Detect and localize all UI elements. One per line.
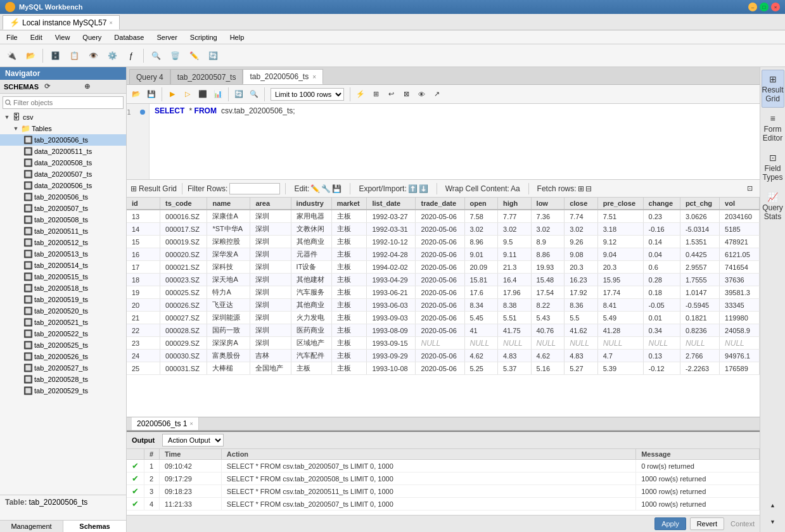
maximize-result-btn[interactable]: ⊡	[744, 182, 756, 195]
tree-table-tab_20200526_ts[interactable]: 🔲tab_20200526_ts	[0, 351, 126, 362]
col-header-id[interactable]: id	[127, 198, 160, 210]
tree-table-tab_20200525_ts[interactable]: 🔲tab_20200525_ts	[0, 339, 126, 351]
menu-query[interactable]: Query	[76, 30, 108, 44]
menu-view[interactable]: View	[49, 30, 77, 44]
tree-table-tab_20200512_ts[interactable]: 🔲tab_20200512_ts	[0, 237, 126, 248]
action-output-select[interactable]: Action Output	[162, 434, 224, 446]
table-row[interactable]: 24000030.SZ富奥股份吉林汽车配件主板1993-09-292020-05…	[127, 350, 760, 362]
sql-context-btn[interactable]: ⊠	[399, 87, 413, 101]
field-types-sidebar-btn[interactable]: ⊡ Field Types	[762, 148, 784, 186]
output-inst-tab[interactable]: 20200506_ts 1 ×	[132, 417, 199, 430]
minimize-button[interactable]: –	[748, 3, 757, 11]
tree-table-data_20200508_ts[interactable]: 🔲data_20200508_ts	[0, 157, 126, 168]
instance-tab[interactable]: ⚡ Local instance MySQL57 ×	[3, 15, 120, 30]
tree-table-tab_20200514_ts[interactable]: 🔲tab_20200514_ts	[0, 260, 126, 271]
col-header-name[interactable]: name	[207, 198, 250, 210]
sql-explain-btn[interactable]: 📊	[211, 87, 225, 101]
col-header-ts_code[interactable]: ts_code	[160, 198, 207, 210]
export-import-btn[interactable]: Export/Import: ⬆️ ⬇️	[355, 182, 431, 195]
table-row[interactable]: 15000019.SZ深粮控股深圳其他商业主板1992-10-122020-05…	[127, 236, 760, 248]
toolbar-drop[interactable]: 🗑️	[166, 47, 184, 65]
toolbar-create-function[interactable]: ƒ	[122, 47, 140, 65]
sql-open-btn[interactable]: 📂	[129, 87, 143, 101]
table-row[interactable]: 13000016.SZ深康佳A深圳家用电器主板1992-03-272020-05…	[127, 210, 760, 223]
col-header-industry[interactable]: industry	[291, 198, 331, 210]
tree-table-tab_20200508_ts[interactable]: 🔲tab_20200508_ts	[0, 214, 126, 225]
tree-table-tab_20200519_ts[interactable]: 🔲tab_20200519_ts	[0, 294, 126, 305]
col-header-high[interactable]: high	[498, 198, 532, 210]
menu-file[interactable]: File	[0, 30, 24, 44]
query-stats-sidebar-btn[interactable]: 📈 Query Stats	[762, 187, 784, 225]
query-tab-2[interactable]: tab_20200506_ts ×	[243, 69, 323, 84]
tree-table-tab_20200515_ts[interactable]: 🔲tab_20200515_ts	[0, 271, 126, 282]
tree-table-tab_20200521_ts[interactable]: 🔲tab_20200521_ts	[0, 317, 126, 328]
sql-word-wrap-btn[interactable]: ↩	[384, 87, 398, 101]
sql-format-btn[interactable]: ⊞	[369, 87, 383, 101]
tree-table-tab_20200518_ts[interactable]: 🔲tab_20200518_ts	[0, 282, 126, 294]
maximize-button[interactable]: □	[760, 3, 769, 11]
tree-table-tab_20200511_ts[interactable]: 🔲tab_20200511_ts	[0, 225, 126, 237]
tree-table-tab_20200513_ts[interactable]: 🔲tab_20200513_ts	[0, 248, 126, 260]
scroll-down-btn[interactable]: ▼	[762, 514, 784, 529]
sql-execute-current-btn[interactable]: ▷	[181, 87, 195, 101]
sql-execute-btn[interactable]: ▶	[165, 87, 179, 101]
col-header-vol[interactable]: vol	[720, 198, 760, 210]
toolbar-create-table[interactable]: 📋	[65, 47, 83, 65]
menu-scripting[interactable]: Scripting	[184, 30, 224, 44]
filter-rows-input[interactable]	[229, 183, 280, 194]
filter-objects-input[interactable]	[3, 96, 124, 109]
query-tab-0[interactable]: Query 4	[129, 69, 170, 84]
tree-table-tab_20200520_ts[interactable]: 🔲tab_20200520_ts	[0, 305, 126, 317]
sql-save-btn[interactable]: 💾	[144, 87, 158, 101]
tree-table-tab_20200528_ts[interactable]: 🔲tab_20200528_ts	[0, 374, 126, 385]
tree-table-data_20200506_ts[interactable]: 🔲data_20200506_ts	[0, 180, 126, 191]
toolbar-refresh[interactable]: 🔄	[204, 47, 222, 65]
tree-table-tab_20200507_ts[interactable]: 🔲tab_20200507_ts	[0, 203, 126, 214]
sql-apply-btn[interactable]: ⚡	[354, 87, 367, 101]
tree-table-tab_20200527_ts[interactable]: 🔲tab_20200527_ts	[0, 362, 126, 374]
toolbar-inspect[interactable]: 🔍	[147, 47, 165, 65]
sql-visibility-btn[interactable]: 👁	[414, 87, 428, 101]
col-header-trade_date[interactable]: trade_date	[416, 198, 464, 210]
table-row[interactable]: 16000020.SZ深华发A深圳元器件主板1992-04-282020-05-…	[127, 248, 760, 261]
close-button[interactable]: ×	[771, 3, 780, 11]
sql-find-btn[interactable]: 🔍	[247, 87, 261, 101]
toolbar-edit[interactable]: ✏️	[185, 47, 203, 65]
schema-add-btn[interactable]: ⊕	[84, 82, 122, 91]
tree-table-tab_20200522_ts[interactable]: 🔲tab_20200522_ts	[0, 328, 126, 339]
tree-tables-folder[interactable]: ▼ 📁 Tables	[0, 123, 126, 134]
tree-table-data_20200511_ts[interactable]: 🔲data_20200511_ts	[0, 146, 126, 157]
apply-button[interactable]: Apply	[654, 517, 686, 530]
tree-table-tab_20200506_ts[interactable]: 🔲tab_20200506_ts	[0, 191, 126, 203]
table-row[interactable]: 23000029.SZ深深房A深圳区域地产主板1993-09-15NULLNUL…	[127, 337, 760, 350]
tree-table-tab_20200529_ts[interactable]: 🔲tab_20200529_ts	[0, 385, 126, 396]
table-row[interactable]: 18000023.SZ深天地A深圳其他建材主板1993-04-292020-05…	[127, 274, 760, 286]
edit-result-btn[interactable]: Edit: ✏️ 🔧 💾	[291, 182, 345, 195]
col-header-market[interactable]: market	[331, 198, 367, 210]
toolbar-create-procedure[interactable]: ⚙️	[103, 47, 121, 65]
toolbar-create-schema[interactable]: 🗄️	[46, 47, 64, 65]
toolbar-create-view[interactable]: 👁️	[84, 47, 102, 65]
scroll-up-btn[interactable]: ▲	[762, 498, 784, 513]
schema-refresh-btn[interactable]: ⟳	[44, 82, 82, 91]
nav-tab-management[interactable]: Management	[0, 521, 63, 532]
table-row[interactable]: 22000028.SZ国药一致深圳医药商业主板1993-08-092020-05…	[127, 324, 760, 337]
result-grid[interactable]: idts_codenameareaindustrymarketlist_date…	[127, 198, 760, 417]
menu-server[interactable]: Server	[150, 30, 183, 44]
fetch-rows-btn[interactable]: Fetch rows: ⊞ ⊟	[534, 182, 595, 195]
table-row[interactable]: 17000021.SZ深科技深圳IT设备主板1994-02-022020-05-…	[127, 261, 760, 274]
menu-edit[interactable]: Edit	[24, 30, 49, 44]
instance-tab-close[interactable]: ×	[109, 20, 112, 26]
sql-refresh-btn[interactable]: 🔄	[232, 87, 246, 101]
revert-button[interactable]: Revert	[690, 517, 724, 530]
toolbar-open[interactable]: 📂	[22, 47, 39, 65]
col-header-area[interactable]: area	[250, 198, 291, 210]
form-editor-sidebar-btn[interactable]: ≡ Form Editor	[762, 109, 784, 147]
col-header-change[interactable]: change	[643, 198, 680, 210]
table-row[interactable]: 21000027.SZ深圳能源深圳火力发电主板1993-09-032020-05…	[127, 312, 760, 324]
col-header-open[interactable]: open	[464, 198, 498, 210]
result-grid-sidebar-btn[interactable]: ⊞ Result Grid	[762, 70, 784, 108]
menu-database[interactable]: Database	[108, 30, 150, 44]
wrap-cell-btn[interactable]: Wrap Cell Content: Aa	[442, 182, 523, 195]
col-header-close[interactable]: close	[565, 198, 598, 210]
